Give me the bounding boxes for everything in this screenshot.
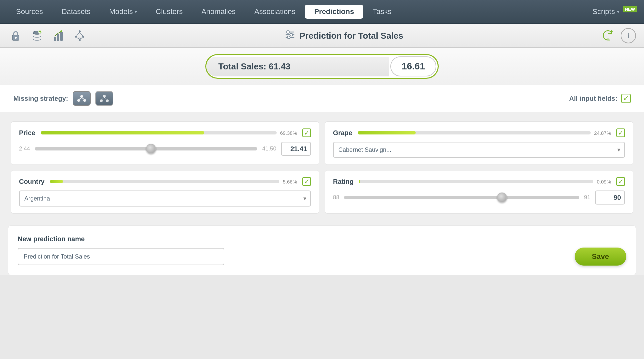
price-max: 41.50 bbox=[262, 145, 276, 152]
svg-point-11 bbox=[79, 39, 81, 41]
grape-field-name: Grape bbox=[333, 129, 352, 137]
country-importance-pct: 5.66% bbox=[283, 179, 297, 185]
country-checkbox[interactable]: ✓ bbox=[302, 177, 311, 186]
save-button[interactable]: Save bbox=[575, 248, 626, 266]
price-importance-pct: 69.38% bbox=[280, 130, 297, 136]
rating-slider-thumb[interactable] bbox=[497, 193, 507, 203]
grape-select-wrapper: Cabernet Sauvign... ▾ bbox=[333, 142, 625, 158]
price-bar-fill bbox=[41, 131, 204, 134]
strategy-left: Missing strategy: bbox=[13, 91, 113, 106]
svg-point-31 bbox=[100, 99, 103, 102]
grape-select[interactable]: Cabernet Sauvign... bbox=[333, 142, 625, 158]
price-checkbox[interactable]: ✓ bbox=[302, 128, 311, 137]
fields-grid: Price 69.38% ✓ 2.44 41.50 bbox=[0, 112, 644, 223]
strategy-right: All input fields: ✓ bbox=[569, 94, 631, 103]
all-input-fields-label: All input fields: bbox=[569, 95, 617, 102]
strategy-btn-2[interactable] bbox=[95, 91, 113, 106]
strategy-btn-1[interactable] bbox=[73, 91, 91, 106]
sidebar-item-tasks[interactable]: Tasks bbox=[363, 5, 401, 19]
price-min: 2.44 bbox=[19, 145, 30, 152]
top-navigation: Sources Datasets Models ▾ Clusters Anoma… bbox=[0, 0, 644, 24]
country-select[interactable]: Argentina bbox=[19, 191, 311, 207]
sidebar-item-predictions[interactable]: Predictions bbox=[305, 5, 363, 19]
svg-point-32 bbox=[106, 99, 109, 102]
grape-bar-track bbox=[358, 131, 591, 134]
price-field-header: Price 69.38% ✓ bbox=[19, 128, 311, 137]
scripts-label: Scripts bbox=[592, 7, 615, 16]
rating-slider-track[interactable] bbox=[344, 196, 579, 199]
rating-field-name: Rating bbox=[333, 178, 354, 186]
rating-value-input[interactable] bbox=[595, 191, 625, 205]
sidebar-item-clusters[interactable]: Clusters bbox=[146, 5, 192, 19]
new-badge: NEW bbox=[623, 6, 637, 12]
svg-line-12 bbox=[77, 32, 80, 36]
svg-line-28 bbox=[79, 98, 82, 99]
grape-importance-pct: 24.87% bbox=[594, 130, 611, 136]
scripts-button[interactable]: Scripts ▾ NEW bbox=[592, 7, 637, 16]
all-input-fields-checkbox[interactable]: ✓ bbox=[621, 94, 631, 103]
prediction-name-input[interactable] bbox=[18, 248, 224, 265]
bottom-row: Save bbox=[18, 248, 626, 266]
toolbar-right: i bbox=[601, 28, 636, 43]
rating-field-card: Rating 0.09% ✓ 88 91 bbox=[325, 170, 633, 214]
sidebar-item-anomalies[interactable]: Anomalies bbox=[192, 5, 245, 19]
toolbar-title: Prediction for Total Sales bbox=[93, 30, 595, 42]
prediction-label: Total Sales: 61.43 bbox=[206, 57, 389, 76]
svg-point-8 bbox=[79, 30, 81, 32]
svg-rect-6 bbox=[60, 32, 63, 41]
sidebar-item-models[interactable]: Models ▾ bbox=[100, 5, 147, 19]
grape-checkbox[interactable]: ✓ bbox=[616, 128, 625, 137]
svg-point-7 bbox=[60, 30, 62, 32]
grape-field-header: Grape 24.87% ✓ bbox=[333, 128, 625, 137]
country-bar-track bbox=[50, 180, 280, 183]
svg-rect-4 bbox=[54, 37, 56, 41]
svg-line-14 bbox=[77, 38, 80, 39]
sidebar-item-sources[interactable]: Sources bbox=[7, 5, 52, 19]
svg-point-25 bbox=[80, 95, 83, 98]
svg-line-15 bbox=[80, 38, 83, 39]
info-button[interactable]: i bbox=[621, 28, 636, 43]
price-slider-thumb[interactable] bbox=[146, 144, 156, 154]
rating-checkbox[interactable]: ✓ bbox=[616, 177, 625, 186]
svg-line-29 bbox=[82, 98, 84, 99]
main-content: Total Sales: 61.43 16.61 Missing strateg… bbox=[0, 48, 644, 275]
scripts-dropdown-icon: ▾ bbox=[617, 9, 619, 14]
svg-point-22 bbox=[287, 36, 290, 39]
price-field-card: Price 69.38% ✓ 2.44 41.50 bbox=[11, 121, 319, 165]
svg-point-30 bbox=[103, 95, 106, 97]
svg-line-34 bbox=[104, 97, 107, 99]
price-slider-track[interactable] bbox=[35, 147, 257, 150]
price-field-name: Price bbox=[19, 129, 35, 137]
chart-icon[interactable] bbox=[51, 28, 66, 43]
refresh-button[interactable] bbox=[601, 28, 616, 43]
toolbar: Prediction for Total Sales i bbox=[0, 24, 644, 48]
prediction-bar: Total Sales: 61.43 16.61 bbox=[0, 48, 644, 85]
nav-right: Scripts ▾ NEW bbox=[592, 7, 637, 16]
nav-items: Sources Datasets Models ▾ Clusters Anoma… bbox=[7, 5, 592, 19]
network-icon[interactable] bbox=[72, 28, 87, 43]
rating-bar-fill bbox=[359, 180, 360, 183]
sidebar-item-associations[interactable]: Associations bbox=[245, 5, 305, 19]
rating-importance-bar: 0.09% bbox=[359, 179, 611, 185]
rating-bar-track bbox=[359, 180, 593, 183]
svg-point-1 bbox=[15, 37, 17, 39]
sidebar-item-datasets[interactable]: Datasets bbox=[52, 5, 100, 19]
price-slider-row: 2.44 41.50 bbox=[19, 142, 311, 156]
country-select-wrapper: Argentina ▾ bbox=[19, 191, 311, 207]
sliders-icon bbox=[285, 30, 295, 42]
rating-importance-pct: 0.09% bbox=[597, 179, 611, 185]
svg-point-27 bbox=[83, 99, 86, 102]
lock-icon[interactable] bbox=[8, 28, 23, 43]
missing-strategy-label: Missing strategy: bbox=[13, 95, 68, 102]
grape-field-card: Grape 24.87% ✓ Cabernet Sauvign... ▾ bbox=[325, 121, 633, 165]
database-icon[interactable] bbox=[29, 28, 45, 43]
models-dropdown-icon: ▾ bbox=[135, 9, 137, 14]
price-bar-track bbox=[41, 131, 277, 134]
country-bar-fill bbox=[50, 180, 63, 183]
svg-text:i: i bbox=[627, 32, 629, 39]
toolbar-title-text: Prediction for Total Sales bbox=[299, 31, 403, 41]
price-value-input[interactable] bbox=[281, 142, 311, 156]
svg-point-20 bbox=[287, 31, 289, 33]
country-field-card: Country 5.66% ✓ Argentina ▾ bbox=[11, 170, 319, 214]
country-field-header: Country 5.66% ✓ bbox=[19, 177, 311, 186]
